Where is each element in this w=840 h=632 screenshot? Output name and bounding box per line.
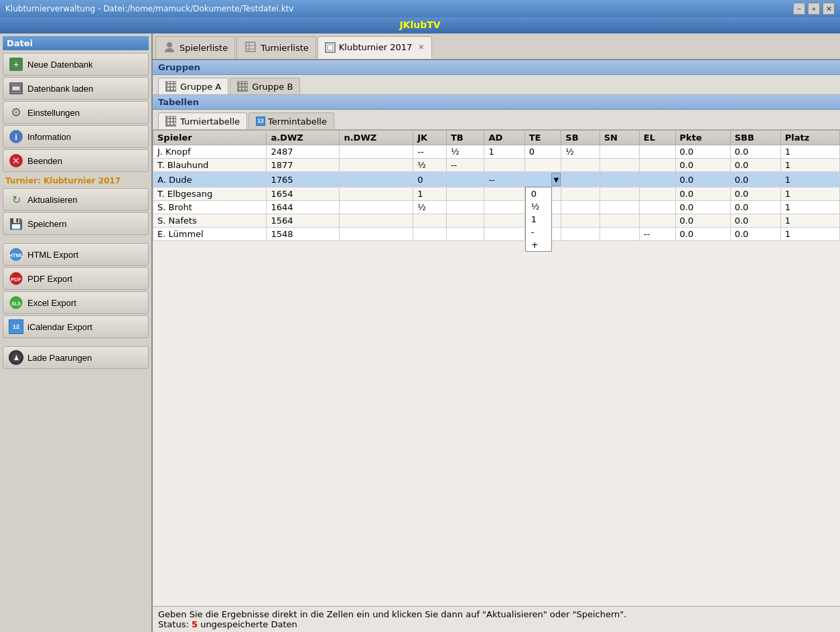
cell-spieler[interactable]: A. Dude xyxy=(153,172,267,187)
cell-adwz[interactable]: 1548 xyxy=(267,228,340,241)
neue-datenbank-button[interactable]: + Neue Datenbank xyxy=(3,53,149,76)
cell-ndwz[interactable] xyxy=(340,201,413,214)
cell-ndwz[interactable] xyxy=(340,172,413,187)
cell-sn[interactable] xyxy=(600,228,639,241)
cell-pkte[interactable]: 0.0 xyxy=(675,145,730,159)
cell-te[interactable]: ▼0½1-+ xyxy=(524,172,561,187)
cell-sb[interactable] xyxy=(561,201,600,214)
cell-spieler[interactable]: T. Elbgesang xyxy=(153,187,267,201)
cell-sbb[interactable]: 0.0 xyxy=(730,145,780,159)
cell-ndwz[interactable] xyxy=(340,228,413,241)
cell-sbb[interactable]: 0.0 xyxy=(730,228,780,241)
cell-sn[interactable] xyxy=(600,172,639,187)
cell-sbb[interactable]: 0.0 xyxy=(730,187,780,201)
cell-adwz[interactable]: 2487 xyxy=(267,145,340,159)
cell-ad[interactable] xyxy=(484,187,524,201)
cell-sb[interactable] xyxy=(561,187,600,201)
dropdown-option[interactable]: 1 xyxy=(526,213,551,226)
beenden-button[interactable]: ✕ Beenden xyxy=(3,149,149,172)
cell-platz[interactable]: 1 xyxy=(780,214,839,228)
cell-ad[interactable] xyxy=(484,214,524,228)
cell-el[interactable] xyxy=(639,187,675,201)
cell-sn[interactable] xyxy=(600,214,639,228)
cell-spieler[interactable]: T. Blauhund xyxy=(153,159,267,172)
cell-spieler[interactable]: J. Knopf xyxy=(153,145,267,159)
dropdown-option[interactable]: ½ xyxy=(526,200,551,213)
tab-spielerliste[interactable]: Spielerliste xyxy=(155,36,235,59)
cell-pkte[interactable]: 0.0 xyxy=(675,201,730,214)
cell-te[interactable] xyxy=(524,159,561,172)
cell-adwz[interactable]: 1765 xyxy=(267,172,340,187)
dropdown-arrow-icon[interactable]: ▼ xyxy=(551,173,561,186)
cell-adwz[interactable]: 1654 xyxy=(267,187,340,201)
cell-el[interactable]: -- xyxy=(639,228,675,241)
dropdown-option[interactable]: + xyxy=(526,238,551,251)
close-button[interactable]: ✕ xyxy=(823,3,835,15)
html-export-button[interactable]: HTML HTML Export xyxy=(3,243,149,266)
cell-ad[interactable]: 1 xyxy=(484,145,524,159)
cell-tb[interactable]: ½ xyxy=(446,145,484,159)
cell-sn[interactable] xyxy=(600,201,639,214)
cell-platz[interactable]: 1 xyxy=(780,187,839,201)
cell-sbb[interactable]: 0.0 xyxy=(730,201,780,214)
excel-export-button[interactable]: XLS Excel Export xyxy=(3,291,149,314)
cell-ndwz[interactable] xyxy=(340,145,413,159)
cell-el[interactable] xyxy=(639,159,675,172)
tab-close-button[interactable]: ✕ xyxy=(418,43,424,52)
cell-pkte[interactable]: 0.0 xyxy=(675,159,730,172)
cell-tb[interactable] xyxy=(446,228,484,241)
tab-klubturnier[interactable]: Klubturnier 2017 ✕ xyxy=(318,36,432,59)
cell-pkte[interactable]: 0.0 xyxy=(675,228,730,241)
cell-sbb[interactable]: 0.0 xyxy=(730,172,780,187)
cell-sb[interactable] xyxy=(561,228,600,241)
cell-el[interactable] xyxy=(639,214,675,228)
cell-sb[interactable]: ½ xyxy=(561,145,600,159)
pdf-export-button[interactable]: PDF PDF Export xyxy=(3,267,149,290)
cell-tb[interactable]: -- xyxy=(446,159,484,172)
group-tab-b[interactable]: Gruppe B xyxy=(230,78,300,94)
dropdown-option[interactable]: 0 xyxy=(526,187,551,200)
cell-te[interactable]: 0 xyxy=(524,145,561,159)
cell-platz[interactable]: 1 xyxy=(780,172,839,187)
cell-platz[interactable]: 1 xyxy=(780,228,839,241)
cell-el[interactable] xyxy=(639,201,675,214)
cell-sn[interactable] xyxy=(600,145,639,159)
cell-adwz[interactable]: 1877 xyxy=(267,159,340,172)
cell-pkte[interactable]: 0.0 xyxy=(675,187,730,201)
cell-tb[interactable] xyxy=(446,187,484,201)
cell-jk[interactable]: ½ xyxy=(413,201,447,214)
cell-sbb[interactable]: 0.0 xyxy=(730,214,780,228)
cell-pkte[interactable]: 0.0 xyxy=(675,214,730,228)
cell-ad[interactable] xyxy=(484,159,524,172)
cell-adwz[interactable]: 1564 xyxy=(267,214,340,228)
cell-jk[interactable]: 1 xyxy=(413,187,447,201)
cell-ndwz[interactable] xyxy=(340,187,413,201)
cell-ad[interactable]: -- xyxy=(484,172,524,187)
cell-el[interactable] xyxy=(639,145,675,159)
cell-jk[interactable] xyxy=(413,228,447,241)
cell-sn[interactable] xyxy=(600,187,639,201)
cell-platz[interactable]: 1 xyxy=(780,201,839,214)
cell-sb[interactable] xyxy=(561,214,600,228)
minimize-button[interactable]: − xyxy=(793,3,805,15)
cell-tb[interactable] xyxy=(446,201,484,214)
cell-spieler[interactable]: S. Nafets xyxy=(153,214,267,228)
cell-jk[interactable]: -- xyxy=(413,145,447,159)
lade-paarungen-button[interactable]: ♟ Lade Paarungen xyxy=(3,346,149,369)
group-tab-a[interactable]: Gruppe A xyxy=(158,78,228,94)
cell-ad[interactable] xyxy=(484,201,524,214)
aktualisieren-button[interactable]: ↻ Aktualisieren xyxy=(3,188,149,211)
tab-turnierliste[interactable]: Turnierliste xyxy=(236,36,316,59)
cell-ndwz[interactable] xyxy=(340,214,413,228)
cell-sn[interactable] xyxy=(600,159,639,172)
cell-spieler[interactable]: S. Broht xyxy=(153,201,267,214)
cell-spieler[interactable]: E. Lümmel xyxy=(153,228,267,241)
cell-platz[interactable]: 1 xyxy=(780,145,839,159)
tabellen-tab-termin[interactable]: 12 Termintabelle xyxy=(249,112,334,129)
cell-sbb[interactable]: 0.0 xyxy=(730,159,780,172)
cell-tb[interactable] xyxy=(446,214,484,228)
cell-tb[interactable] xyxy=(446,172,484,187)
cell-sb[interactable] xyxy=(561,159,600,172)
cell-pkte[interactable]: 0.0 xyxy=(675,172,730,187)
cell-ad[interactable] xyxy=(484,228,524,241)
